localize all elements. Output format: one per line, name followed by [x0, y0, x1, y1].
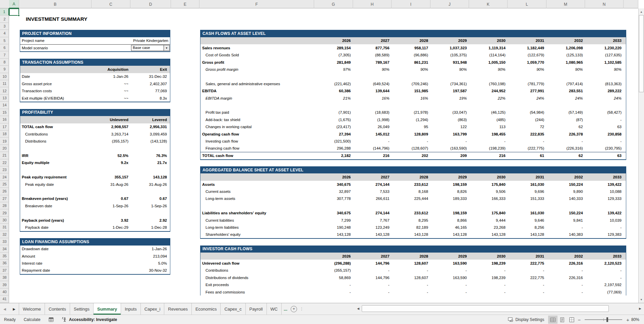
cell[interactable]: 244,952 [468, 89, 507, 93]
cell[interactable]: (21,978) [391, 110, 430, 114]
column-header[interactable]: B [19, 0, 92, 8]
row-label[interactable]: Long-term liabilities [200, 225, 314, 229]
year-header-row[interactable]: 20262027202820292030203120322033 [200, 173, 626, 180]
row-label[interactable]: Transaction costs [20, 89, 91, 93]
cell[interactable]: 144,796 [352, 276, 391, 280]
cell[interactable]: 3,099,459 [130, 132, 169, 136]
cell[interactable]: - [585, 139, 623, 143]
cell[interactable]: 63 [585, 154, 623, 158]
cell[interactable]: 143,128 [507, 232, 546, 236]
cell[interactable]: (485) [468, 118, 507, 122]
cell[interactable]: (33,047) [430, 110, 468, 114]
table-row[interactable]: Payback period (years)3.922.92 [20, 217, 170, 224]
cell[interactable]: 931,948 [430, 60, 468, 64]
row-header[interactable]: 36 [0, 260, 9, 267]
project-information-header[interactable]: PROJECT INFORMATION [20, 30, 170, 37]
cell[interactable]: 5.0% [130, 261, 169, 265]
cell[interactable]: 140,333 [546, 197, 584, 201]
table-row[interactable]: Distributions of dividends58,869144,7961… [200, 274, 626, 281]
cell[interactable]: 296,288 [314, 146, 352, 150]
cell[interactable]: 1,206,098 [546, 46, 584, 50]
cell[interactable]: 151,985 [391, 89, 430, 93]
cell[interactable]: 163,799 [430, 132, 468, 136]
cell[interactable]: (649,524) [352, 82, 391, 86]
row-label[interactable]: Unlevered cash flow [200, 261, 314, 265]
year-header[interactable]: 2026 [314, 254, 352, 258]
cell[interactable]: (734,361) [430, 82, 468, 86]
year-header[interactable]: 2027 [352, 254, 391, 258]
column-header[interactable]: E [171, 0, 199, 8]
cell[interactable]: ~~ [91, 96, 130, 100]
cell[interactable]: 226,316 [546, 261, 584, 265]
cell[interactable]: 151,333 [507, 197, 546, 201]
cell[interactable]: - [314, 290, 352, 294]
selected-cell[interactable] [9, 8, 19, 16]
row-header[interactable]: 13 [0, 95, 9, 102]
cell[interactable]: (863) [430, 118, 468, 122]
field-row[interactable]: Model scenarioBase case▼ [20, 44, 170, 51]
cell[interactable]: 175,840 [468, 182, 507, 186]
row-header[interactable]: 11 [0, 80, 9, 87]
cell[interactable]: (46,125) [468, 110, 507, 114]
sheet-tab-revenues[interactable]: Revenues [164, 303, 192, 315]
cell[interactable]: 2,402,307 [130, 82, 169, 86]
cell[interactable]: - [391, 283, 430, 287]
table-row[interactable] [20, 188, 170, 195]
table-row[interactable]: Gross asset price~~2,402,307 [20, 80, 170, 87]
table-row[interactable]: Gross profit281,849789,167861,231931,948… [200, 59, 626, 66]
cell[interactable]: 3.92 [91, 218, 130, 222]
row-header[interactable]: 32 [0, 231, 9, 238]
year-header[interactable]: 2031 [507, 39, 546, 43]
cell[interactable]: 1,119,314 [468, 46, 507, 50]
table-row[interactable]: Sales, general and administrative expens… [200, 80, 626, 87]
cell[interactable]: (7,901) [314, 110, 352, 114]
column-subheader-row[interactable]: UnleveredLevered [20, 116, 170, 123]
cell[interactable]: 27,394 [314, 132, 352, 136]
cell[interactable]: 9,890 [546, 190, 584, 194]
cell[interactable]: Private Kindergarten [93, 39, 170, 43]
row-header[interactable]: 15 [0, 109, 9, 116]
cell[interactable]: - [391, 139, 430, 143]
cell[interactable]: 143,128 [468, 232, 507, 236]
cell[interactable]: 1,005,150 [468, 60, 507, 64]
cell[interactable]: - [468, 283, 507, 287]
cell[interactable]: 143,128 [130, 175, 169, 179]
cell[interactable]: 95 [391, 125, 430, 129]
cell[interactable]: 225,444 [391, 197, 430, 201]
investor-cash-flows-header[interactable]: INVESTOR CASH FLOWS [200, 246, 626, 253]
row-header[interactable]: 28 [0, 202, 9, 209]
table-row[interactable]: Add-back: tax shield(1,675)(1,998)(1,294… [200, 116, 626, 123]
cell[interactable]: 90% [546, 67, 584, 71]
cell[interactable]: 1-Sep-26 [91, 204, 130, 208]
sheet-tab-contents[interactable]: Contents [45, 303, 70, 315]
year-header-row[interactable]: 20262027202820292030203120322033 [200, 37, 626, 44]
row-header[interactable]: 17 [0, 123, 9, 130]
row-label[interactable]: Equity multiple [20, 161, 91, 165]
cell[interactable]: 7,767 [352, 218, 391, 222]
row-label[interactable]: Drawdown date [20, 247, 130, 251]
row-label[interactable]: Peak equity date [20, 182, 91, 186]
row-label[interactable]: Exit multiple (EV/EBIDA) [20, 96, 91, 100]
cell[interactable]: 82,189 [391, 225, 430, 229]
table-row[interactable]: Assets340,675274,144233,612198,159175,84… [200, 181, 626, 188]
cell[interactable]: 60,386 [314, 89, 352, 93]
cell[interactable]: 52.5% [91, 154, 130, 158]
cell[interactable]: 90% [468, 67, 507, 71]
row-header[interactable]: 33 [0, 238, 9, 245]
cell[interactable]: 97% [314, 67, 352, 71]
row-label[interactable]: Contributions [200, 268, 314, 272]
cell[interactable]: 143,128 [430, 232, 468, 236]
cell[interactable]: 289,154 [314, 46, 352, 50]
cell[interactable]: 90% [585, 67, 623, 71]
cell[interactable]: (128,607) [391, 146, 430, 150]
fill-handle[interactable] [18, 14, 20, 16]
cell[interactable]: 16% [352, 96, 391, 100]
row-header[interactable]: 20 [0, 145, 9, 152]
cell[interactable]: 76.3% [130, 154, 169, 158]
cell[interactable]: 163,590 [430, 276, 468, 280]
year-header[interactable]: 2033 [585, 254, 623, 258]
display-settings[interactable]: Display Settings [504, 317, 548, 322]
loan-financing-assumptions-header[interactable]: LOAN FINANCING ASSUMPTIONS [20, 238, 170, 245]
macro-record-icon[interactable] [45, 317, 58, 322]
cell[interactable]: - [546, 290, 584, 294]
